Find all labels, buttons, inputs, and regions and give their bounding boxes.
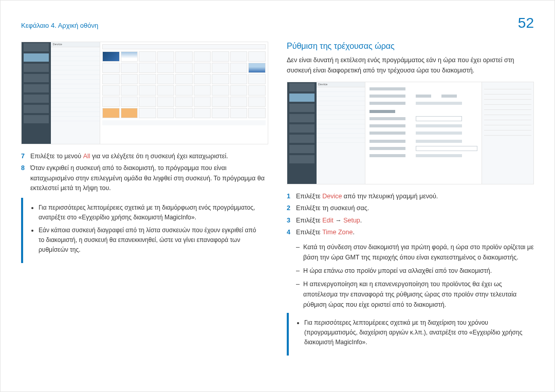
right-steps: 1 Επιλέξτε Device από την πλευρική γραμμ…	[287, 192, 534, 238]
left-steps: 7 Επιλέξτε το μενού All για να ελέγξετε …	[21, 152, 268, 194]
ss-panel-label: Device	[51, 42, 100, 47]
ss-device-list: Device	[317, 82, 365, 184]
note-item: Για περισσότερες λεπτομέρειες σχετικά με…	[39, 203, 263, 222]
step-number: 3	[287, 216, 290, 226]
ss-edit-panel	[365, 82, 533, 184]
step-text-pre: Επιλέξτε το μενού	[30, 153, 83, 160]
note-item: Για περισσότερες λεπτομέρειες σχετικά με…	[304, 318, 529, 348]
step-number: 8	[21, 163, 25, 173]
step-text: Όταν εγκριθεί η συσκευή από το διακομιστ…	[30, 164, 265, 192]
chapter-title: Κεφάλαιο 4. Αρχική οθόνη	[21, 22, 98, 29]
keyword-all: All	[83, 153, 90, 160]
note-item: Εάν κάποια συσκευή διαγραφεί από τη λίστ…	[39, 226, 263, 255]
manual-page: Κεφάλαιο 4. Αρχική οθόνη 52 Device	[0, 0, 555, 392]
ss-right-panel	[482, 82, 533, 184]
step-number: 1	[287, 192, 290, 201]
right-column: Ρύθμιση της τρέχουσας ώρας Δεν είναι δυν…	[287, 42, 534, 356]
two-column-layout: Device	[21, 42, 534, 356]
sub-notes: Κατά τη σύνδεση στον διακομιστή για πρώτ…	[296, 242, 534, 310]
step-1: 1 Επιλέξτε Device από την πλευρική γραμμ…	[287, 192, 534, 201]
step-number: 4	[287, 228, 290, 237]
dash-item: Η ώρα επάνω στο προϊόν μπορεί να αλλαχθε…	[296, 266, 534, 276]
ss-nav-sidebar	[22, 42, 51, 144]
step-4: 4 Επιλέξτε Time Zone.	[287, 228, 534, 237]
step-7: 7 Επιλέξτε το μενού All για να ελέγξετε …	[21, 152, 268, 161]
step-text-post: για να ελέγξετε ότι η συσκευή έχει καταχ…	[90, 153, 228, 160]
step-number: 2	[287, 203, 290, 213]
dash-item: Η απενεργοποίηση και η επανενεργοποίηση …	[296, 279, 534, 310]
screenshot-time-zone: Device	[287, 82, 534, 184]
page-number: 52	[518, 15, 534, 31]
screenshot-device-grid: Device	[21, 42, 268, 144]
step-3: 3 Επιλέξτε Edit → Setup.	[287, 216, 534, 226]
ss-device-list: Device	[51, 42, 100, 144]
left-column: Device	[21, 42, 268, 356]
keyword-edit: Edit	[322, 217, 334, 224]
dash-item: Κατά τη σύνδεση στον διακομιστή για πρώτ…	[296, 242, 534, 263]
keyword-device: Device	[322, 193, 342, 200]
step-2: 2 Επιλέξτε τη συσκευή σας.	[287, 203, 534, 213]
section-intro: Δεν είναι δυνατή η εκτέλεση ενός προγράμ…	[287, 55, 534, 76]
section-heading: Ρύθμιση της τρέχουσας ώρας	[287, 42, 534, 51]
page-header: Κεφάλαιο 4. Αρχική οθόνη 52	[21, 15, 534, 31]
step-number: 7	[21, 152, 25, 161]
left-note-box: Για περισσότερες λεπτομέρειες σχετικά με…	[21, 198, 268, 264]
ss-nav-sidebar	[287, 82, 317, 184]
ss-tab-all	[102, 44, 266, 49]
keyword-time-zone: Time Zone	[322, 229, 353, 236]
keyword-setup: Setup	[343, 217, 360, 224]
ss-main-panel	[100, 42, 268, 144]
right-note-box: Για περισσότερες λεπτομέρειες σχετικά με…	[287, 313, 534, 356]
step-8: 8 Όταν εγκριθεί η συσκευή από το διακομι…	[21, 163, 268, 193]
ss-panel-label: Device	[317, 82, 365, 87]
